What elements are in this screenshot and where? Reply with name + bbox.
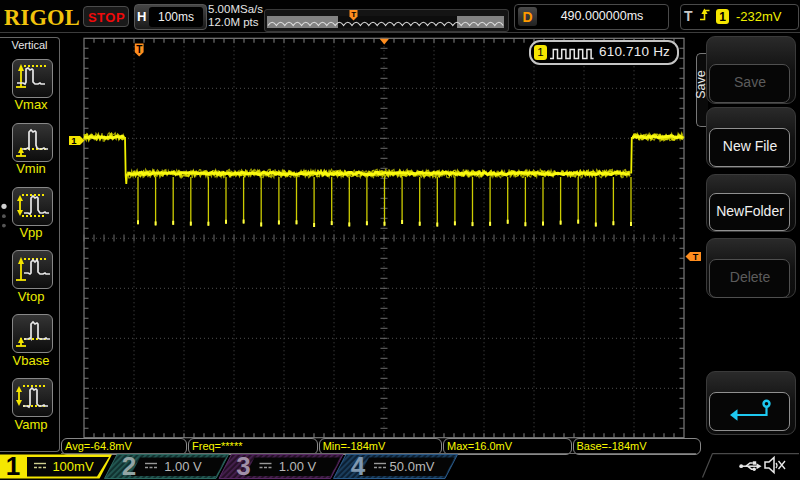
svg-text:3: 3 — [236, 451, 250, 480]
svg-text:4: 4 — [351, 451, 366, 480]
svg-text:100mV: 100mV — [52, 459, 94, 474]
svg-text:1.00 V: 1.00 V — [164, 459, 202, 474]
svg-text:2: 2 — [122, 451, 136, 480]
svg-text:1: 1 — [6, 451, 20, 480]
svg-text:50.0mV: 50.0mV — [390, 459, 435, 474]
svg-text:1.00 V: 1.00 V — [279, 459, 317, 474]
